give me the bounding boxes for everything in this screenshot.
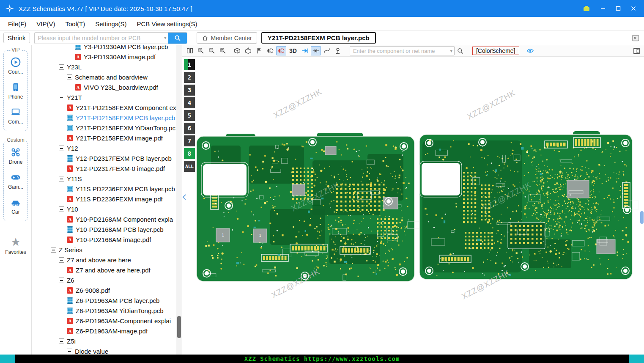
minimize-button[interactable] [600,6,606,11]
curve-icon[interactable] [322,46,332,55]
chevron-down-icon[interactable]: ▾ [448,48,454,54]
layer-button-8[interactable]: 8 [184,148,195,159]
probe-icon[interactable] [333,46,343,55]
tree-file-z6-pd1963am-yidiantong-pcb[interactable]: Z6-PD1963AM YiDianTong.pcb [32,305,182,316]
sidebar-item-courses[interactable]: Cour... [8,57,23,75]
eye-icon[interactable] [525,46,535,55]
jump-arrow-icon[interactable] [300,46,310,55]
tree-file-y21t-pd2158fexm-component-ex[interactable]: Y21T-PD2158FEXM Component ex [32,102,182,113]
tree-file-y12-pd2317fexm-pcb-layer-pcb[interactable]: Y12-PD2317FEXM PCB layer.pcb [32,153,182,163]
export-board-icon[interactable] [243,46,253,55]
open-document-tab[interactable]: Y21T-PD2158FEXM PCB layer.pcb [261,32,376,44]
sidebar-item-game[interactable]: Gam... [8,172,23,190]
collapse-toggle-icon[interactable] [59,338,64,344]
tree-file-y21t-pd2158fexm-image-pdf[interactable]: Y21T-PD2158FEXM image.pdf [32,133,182,143]
flip-side-icon[interactable] [276,46,286,55]
tree-file-y10-pd2168am-pcb-layer-pcb[interactable]: Y10-PD2168AM PCB layer.pcb [32,224,182,234]
model-search-button[interactable] [168,32,187,44]
tree-file-z6-pd1963am-pcb-layer-pcb[interactable]: Z6-PD1963AM PCB layer.pcb [32,295,182,305]
colorscheme-button[interactable]: [ColorScheme] [472,47,519,55]
tree-file-y11s-pd2236fexm-pcb-layer-pcb[interactable]: Y11S PD2236FEXM PCB layer.pcb [32,184,182,194]
tree-file-y10-pd2168am-component-expla[interactable]: Y10-PD2168AM Component expla [32,214,182,224]
pcb-board-view[interactable]: 11 [186,57,642,355]
open-board-icon[interactable] [232,46,242,55]
tree-folder-y11s[interactable]: Y11S [32,173,182,184]
collapse-toggle-icon[interactable] [51,247,56,253]
maximize-button[interactable] [615,6,621,11]
collapse-toggle-icon[interactable] [59,257,64,263]
tree-file-vivo-y23l-boardview-pdf[interactable]: VIVO Y23L_boardview.pdf [32,82,182,92]
tree-file-y21t-pd2158fexm-pcb-layer-pcb[interactable]: Y21T-PD2158FEXM PCB layer.pcb [32,113,182,123]
mirror-icon[interactable] [265,46,275,55]
layer-button-4[interactable]: 4 [184,97,195,108]
tree-folder-z-series[interactable]: Z Series [32,245,182,255]
tree-file-z6-pd1963am-component-explai[interactable]: Z6-PD1963AM-Component explai [32,316,182,326]
menu-item-tool-t[interactable]: Tool(T) [61,19,90,29]
collapse-toggle-icon[interactable] [59,176,64,182]
layer-button-1[interactable]: 1 [184,59,195,70]
tree-file-y12-pd2317fexm-0-image-pdf[interactable]: Y12-PD2317FEXM-0 image.pdf [32,163,182,173]
tree-scrollbar[interactable] [176,45,182,355]
tree-file-z6-9008-pdf[interactable]: Z6-9008.pdf [32,285,182,295]
member-center-button[interactable]: Member Center [197,32,257,44]
sidebar-item-computer[interactable]: Com... [8,107,23,125]
shrink-button[interactable]: Shrink [3,33,30,43]
layer-button-3[interactable]: 3 [184,85,195,96]
sidebar-item-car[interactable]: Car [10,197,21,215]
collapse-toggle-icon[interactable] [59,206,64,212]
tree-folder-y23l[interactable]: Y23L [32,62,182,72]
diode-value-icon[interactable] [311,46,321,55]
collapse-toggle-icon[interactable] [59,146,64,151]
menu-item-vip-v[interactable]: VIP(V) [32,19,60,29]
tree-file-y21t-pd2158fexm-yidiantong-pc[interactable]: Y21T-PD2158FEXM YiDianTong.pc [32,123,182,133]
tree-folder-z6[interactable]: Z6 [32,275,182,285]
close-button[interactable] [630,6,636,11]
tree-folder-schematic-and-boardview[interactable]: Schematic and boardview [32,72,182,82]
collapse-toggle-icon[interactable] [59,95,64,100]
menu-item-settings-s[interactable]: Settings(S) [90,19,131,29]
collapse-toggle-icon[interactable] [67,74,72,80]
pcb-canvas[interactable]: 11 12345678ALL XZZ@XZZHK XZZ@XZZHK XZZ@X… [182,57,644,355]
layers-panel-icon[interactable] [631,46,641,55]
zoom-in-icon[interactable] [196,46,206,55]
layer-button-7[interactable]: 7 [184,135,195,146]
net-search-input[interactable] [350,48,448,54]
3d-toggle-button[interactable]: 3D [287,47,299,54]
tree-file-z7-and-above-are-here-pdf[interactable]: Z7 and above are here.pdf [32,265,182,275]
right-panel-handle[interactable] [640,211,644,224]
net-search-box[interactable]: ▾ [350,46,455,55]
net-search-go-icon[interactable] [455,46,466,55]
scrollbar-thumb[interactable] [177,316,181,338]
collapse-toggle-icon[interactable] [59,64,64,70]
layer-button-5[interactable]: 5 [184,110,195,121]
tree-folder-diode-value[interactable]: Diode value [32,346,182,355]
menu-item-pcb-view-settings-s[interactable]: PCB View settings(S) [132,19,202,29]
collapse-toggle-icon[interactable] [67,349,72,354]
layer-button-6[interactable]: 6 [184,123,195,134]
tree-file-y11s-pd2236fexm-image-pdf[interactable]: Y11S PD2236FEXM image.pdf [32,194,182,204]
sidebar-item-favorites[interactable]: ★ Favorites [5,236,26,255]
model-search-input[interactable] [35,35,162,41]
tree-folder-y10[interactable]: Y10 [32,204,182,214]
tree-file-z6-pd1963am-image-pdf[interactable]: Z6-PD1963AM-image.pdf [32,326,182,336]
tree-file-y10-pd2168am-image-pdf[interactable]: Y10-PD2168AM image.pdf [32,234,182,245]
collapse-toggle-icon[interactable] [59,278,64,283]
zoom-out-icon[interactable] [207,46,217,55]
tree-folder-z5i[interactable]: Z5i [32,336,182,346]
tree-folder-z7-and-above-are-here[interactable]: Z7 and above are here [32,255,182,265]
split-view-icon[interactable] [185,46,195,55]
chevron-down-icon[interactable]: ▾ [162,35,168,41]
tree-file-y3-pd1930am-image-pdf[interactable]: Y3-PD1930AM image.pdf [32,52,182,62]
layer-button-2[interactable]: 2 [184,72,195,83]
tree-file-y3-pd1930am-pcb-layer-pcb[interactable]: Y3-PD1930AM PCB layer.pcb [32,45,182,52]
menu-item-file-f[interactable]: File(F) [3,19,31,29]
collapse-tree-handle[interactable] [182,192,187,202]
flag-icon[interactable] [254,46,264,55]
sidebar-item-drone[interactable]: Drone [9,147,23,165]
collapse-panel-icon[interactable] [630,33,641,43]
briefcase-icon[interactable] [582,4,591,13]
sidebar-item-phone[interactable]: Phone [8,82,23,100]
zoom-fit-icon[interactable] [218,46,228,55]
tree-folder-y21t[interactable]: Y21T [32,92,182,102]
model-search-box[interactable]: ▾ [34,32,187,44]
